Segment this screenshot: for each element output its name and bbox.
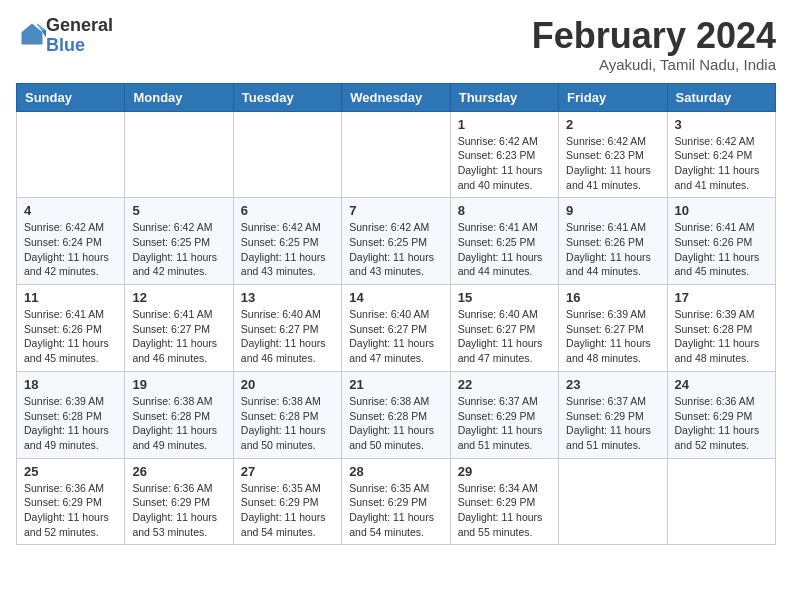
day-header-friday: Friday (559, 83, 667, 111)
cell-info: Sunrise: 6:39 AMSunset: 6:28 PMDaylight:… (24, 394, 117, 453)
day-number: 23 (566, 377, 659, 392)
day-number: 27 (241, 464, 334, 479)
cell-info: Sunrise: 6:38 AMSunset: 6:28 PMDaylight:… (349, 394, 442, 453)
day-header-monday: Monday (125, 83, 233, 111)
day-number: 11 (24, 290, 117, 305)
calendar-cell (559, 458, 667, 545)
title-block: February 2024 Ayakudi, Tamil Nadu, India (532, 16, 776, 73)
calendar-cell: 2Sunrise: 6:42 AMSunset: 6:23 PMDaylight… (559, 111, 667, 198)
calendar-cell: 4Sunrise: 6:42 AMSunset: 6:24 PMDaylight… (17, 198, 125, 285)
cell-info: Sunrise: 6:42 AMSunset: 6:25 PMDaylight:… (132, 220, 225, 279)
day-number: 22 (458, 377, 551, 392)
calendar-cell: 10Sunrise: 6:41 AMSunset: 6:26 PMDayligh… (667, 198, 775, 285)
day-header-sunday: Sunday (17, 83, 125, 111)
day-number: 15 (458, 290, 551, 305)
cell-info: Sunrise: 6:42 AMSunset: 6:25 PMDaylight:… (349, 220, 442, 279)
day-number: 16 (566, 290, 659, 305)
cell-info: Sunrise: 6:40 AMSunset: 6:27 PMDaylight:… (241, 307, 334, 366)
day-number: 8 (458, 203, 551, 218)
day-number: 12 (132, 290, 225, 305)
calendar-cell (125, 111, 233, 198)
cell-info: Sunrise: 6:42 AMSunset: 6:24 PMDaylight:… (24, 220, 117, 279)
cell-info: Sunrise: 6:37 AMSunset: 6:29 PMDaylight:… (458, 394, 551, 453)
day-number: 10 (675, 203, 768, 218)
day-number: 19 (132, 377, 225, 392)
calendar-cell (17, 111, 125, 198)
calendar-table: SundayMondayTuesdayWednesdayThursdayFrid… (16, 83, 776, 546)
cell-info: Sunrise: 6:41 AMSunset: 6:26 PMDaylight:… (566, 220, 659, 279)
cell-info: Sunrise: 6:41 AMSunset: 6:25 PMDaylight:… (458, 220, 551, 279)
cell-info: Sunrise: 6:38 AMSunset: 6:28 PMDaylight:… (241, 394, 334, 453)
calendar-cell: 26Sunrise: 6:36 AMSunset: 6:29 PMDayligh… (125, 458, 233, 545)
calendar-cell: 25Sunrise: 6:36 AMSunset: 6:29 PMDayligh… (17, 458, 125, 545)
calendar-cell: 24Sunrise: 6:36 AMSunset: 6:29 PMDayligh… (667, 371, 775, 458)
day-number: 26 (132, 464, 225, 479)
calendar-cell: 21Sunrise: 6:38 AMSunset: 6:28 PMDayligh… (342, 371, 450, 458)
cell-info: Sunrise: 6:36 AMSunset: 6:29 PMDaylight:… (24, 481, 117, 540)
calendar-cell: 14Sunrise: 6:40 AMSunset: 6:27 PMDayligh… (342, 285, 450, 372)
day-number: 4 (24, 203, 117, 218)
day-number: 24 (675, 377, 768, 392)
location-subtitle: Ayakudi, Tamil Nadu, India (532, 56, 776, 73)
day-number: 25 (24, 464, 117, 479)
cell-info: Sunrise: 6:41 AMSunset: 6:27 PMDaylight:… (132, 307, 225, 366)
cell-info: Sunrise: 6:35 AMSunset: 6:29 PMDaylight:… (241, 481, 334, 540)
day-number: 1 (458, 117, 551, 132)
calendar-cell: 12Sunrise: 6:41 AMSunset: 6:27 PMDayligh… (125, 285, 233, 372)
page-header: General Blue February 2024 Ayakudi, Tami… (16, 16, 776, 73)
day-number: 6 (241, 203, 334, 218)
calendar-body: 1Sunrise: 6:42 AMSunset: 6:23 PMDaylight… (17, 111, 776, 545)
logo-icon (18, 20, 46, 48)
day-header-saturday: Saturday (667, 83, 775, 111)
day-number: 7 (349, 203, 442, 218)
logo-blue-text: Blue (46, 35, 85, 55)
calendar-cell: 8Sunrise: 6:41 AMSunset: 6:25 PMDaylight… (450, 198, 558, 285)
calendar-cell: 1Sunrise: 6:42 AMSunset: 6:23 PMDaylight… (450, 111, 558, 198)
calendar-week-1: 1Sunrise: 6:42 AMSunset: 6:23 PMDaylight… (17, 111, 776, 198)
cell-info: Sunrise: 6:42 AMSunset: 6:24 PMDaylight:… (675, 134, 768, 193)
calendar-cell: 3Sunrise: 6:42 AMSunset: 6:24 PMDaylight… (667, 111, 775, 198)
calendar-cell: 9Sunrise: 6:41 AMSunset: 6:26 PMDaylight… (559, 198, 667, 285)
cell-info: Sunrise: 6:35 AMSunset: 6:29 PMDaylight:… (349, 481, 442, 540)
calendar-cell: 29Sunrise: 6:34 AMSunset: 6:29 PMDayligh… (450, 458, 558, 545)
cell-info: Sunrise: 6:36 AMSunset: 6:29 PMDaylight:… (132, 481, 225, 540)
day-number: 13 (241, 290, 334, 305)
logo: General Blue (16, 16, 113, 56)
day-number: 28 (349, 464, 442, 479)
day-number: 29 (458, 464, 551, 479)
day-number: 3 (675, 117, 768, 132)
calendar-cell: 18Sunrise: 6:39 AMSunset: 6:28 PMDayligh… (17, 371, 125, 458)
day-number: 17 (675, 290, 768, 305)
calendar-cell: 11Sunrise: 6:41 AMSunset: 6:26 PMDayligh… (17, 285, 125, 372)
calendar-cell: 13Sunrise: 6:40 AMSunset: 6:27 PMDayligh… (233, 285, 341, 372)
cell-info: Sunrise: 6:36 AMSunset: 6:29 PMDaylight:… (675, 394, 768, 453)
cell-info: Sunrise: 6:41 AMSunset: 6:26 PMDaylight:… (675, 220, 768, 279)
day-number: 20 (241, 377, 334, 392)
calendar-cell: 17Sunrise: 6:39 AMSunset: 6:28 PMDayligh… (667, 285, 775, 372)
calendar-cell (233, 111, 341, 198)
cell-info: Sunrise: 6:38 AMSunset: 6:28 PMDaylight:… (132, 394, 225, 453)
day-header-tuesday: Tuesday (233, 83, 341, 111)
calendar-cell (342, 111, 450, 198)
day-number: 9 (566, 203, 659, 218)
cell-info: Sunrise: 6:39 AMSunset: 6:27 PMDaylight:… (566, 307, 659, 366)
calendar-cell: 23Sunrise: 6:37 AMSunset: 6:29 PMDayligh… (559, 371, 667, 458)
cell-info: Sunrise: 6:42 AMSunset: 6:23 PMDaylight:… (458, 134, 551, 193)
calendar-cell: 28Sunrise: 6:35 AMSunset: 6:29 PMDayligh… (342, 458, 450, 545)
day-header-wednesday: Wednesday (342, 83, 450, 111)
day-header-thursday: Thursday (450, 83, 558, 111)
calendar-cell: 27Sunrise: 6:35 AMSunset: 6:29 PMDayligh… (233, 458, 341, 545)
calendar-week-5: 25Sunrise: 6:36 AMSunset: 6:29 PMDayligh… (17, 458, 776, 545)
month-title: February 2024 (532, 16, 776, 56)
calendar-week-4: 18Sunrise: 6:39 AMSunset: 6:28 PMDayligh… (17, 371, 776, 458)
cell-info: Sunrise: 6:41 AMSunset: 6:26 PMDaylight:… (24, 307, 117, 366)
cell-info: Sunrise: 6:40 AMSunset: 6:27 PMDaylight:… (349, 307, 442, 366)
cell-info: Sunrise: 6:34 AMSunset: 6:29 PMDaylight:… (458, 481, 551, 540)
cell-info: Sunrise: 6:40 AMSunset: 6:27 PMDaylight:… (458, 307, 551, 366)
calendar-cell: 19Sunrise: 6:38 AMSunset: 6:28 PMDayligh… (125, 371, 233, 458)
calendar-cell: 20Sunrise: 6:38 AMSunset: 6:28 PMDayligh… (233, 371, 341, 458)
day-number: 21 (349, 377, 442, 392)
calendar-cell: 7Sunrise: 6:42 AMSunset: 6:25 PMDaylight… (342, 198, 450, 285)
calendar-cell: 5Sunrise: 6:42 AMSunset: 6:25 PMDaylight… (125, 198, 233, 285)
cell-info: Sunrise: 6:39 AMSunset: 6:28 PMDaylight:… (675, 307, 768, 366)
